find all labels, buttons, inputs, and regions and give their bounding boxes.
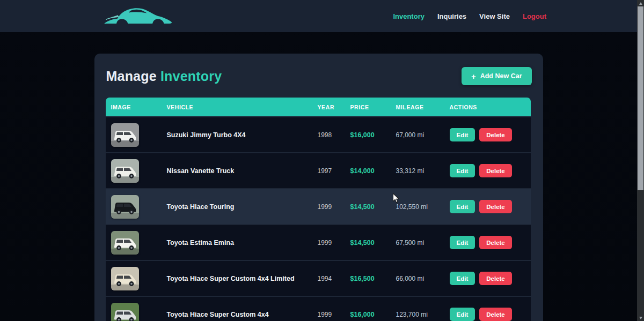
- table-row: Toyota Estima Emina 1999 $14,500 67,500 …: [106, 225, 531, 260]
- vehicle-mileage: 67,000 mi: [396, 131, 450, 139]
- vehicle-thumbnail: [111, 267, 139, 290]
- vehicle-name: Nissan Vanette Truck: [167, 167, 318, 175]
- vehicle-name: Toyota Estima Emina: [167, 239, 318, 247]
- vehicle-year: 1994: [318, 275, 350, 282]
- edit-button[interactable]: Edit: [450, 308, 475, 321]
- vehicle-thumbnail: [111, 303, 139, 321]
- vehicle-name: Toyota Hiace Super Custom 4x4 Limited: [167, 275, 318, 282]
- nav-link-logout[interactable]: Logout: [523, 12, 546, 20]
- vehicle-mileage: 33,312 mi: [396, 167, 450, 175]
- vehicle-mileage: 102,550 mi: [396, 203, 450, 211]
- delete-button[interactable]: Delete: [479, 272, 512, 285]
- column-header-actions: ACTIONS: [450, 104, 531, 110]
- inventory-card: Manage Inventory + Add New Car IMAGE VEH…: [94, 54, 543, 321]
- vehicle-thumbnail: [111, 231, 139, 255]
- page-title-primary: Manage: [106, 69, 157, 84]
- scrollbar-thumb[interactable]: [638, 6, 643, 190]
- vehicle-thumbnail: [111, 195, 139, 219]
- scrollbar-up-arrow-icon[interactable]: [637, 0, 644, 6]
- vehicle-thumbnail: [111, 123, 139, 147]
- edit-button[interactable]: Edit: [450, 200, 475, 213]
- inventory-table: IMAGE VEHICLE YEAR PRICE MILEAGE ACTIONS: [106, 98, 531, 321]
- scrollbar-down-arrow-icon[interactable]: [637, 315, 644, 321]
- vehicle-name: Toyota Hiace Super Custom 4x4: [167, 311, 318, 318]
- vehicle-year: 1997: [318, 167, 350, 175]
- nav-links: Inventory Inquiries View Site Logout: [393, 12, 546, 20]
- vehicle-name: Suzuki Jimmy Turbo 4X4: [167, 131, 318, 139]
- table-row: Suzuki Jimmy Turbo 4X4 1998 $16,000 67,0…: [106, 117, 531, 152]
- edit-button[interactable]: Edit: [450, 164, 475, 177]
- column-header-image: IMAGE: [111, 104, 167, 110]
- vehicle-price: $14,000: [350, 167, 396, 175]
- vehicle-price: $16,000: [350, 131, 396, 139]
- plus-icon: +: [471, 72, 476, 80]
- edit-button[interactable]: Edit: [450, 128, 475, 141]
- column-header-vehicle: VEHICLE: [167, 104, 318, 110]
- table-row: Toyota Hiace Super Custom 4x4 Limited 19…: [106, 261, 531, 296]
- nav-link-view-site[interactable]: View Site: [479, 12, 510, 20]
- vehicle-price: $16,000: [350, 311, 396, 318]
- nav-link-inquiries[interactable]: Inquiries: [437, 12, 466, 20]
- vehicle-year: 1999: [318, 203, 350, 211]
- add-new-car-button[interactable]: + Add New Car: [462, 67, 532, 85]
- page-title: Manage Inventory: [106, 69, 222, 84]
- column-header-year: YEAR: [318, 104, 350, 110]
- edit-button[interactable]: Edit: [450, 272, 475, 285]
- vehicle-year: 1999: [318, 239, 350, 247]
- delete-button[interactable]: Delete: [479, 200, 512, 213]
- vehicle-name: Toyota Hiace Touring: [167, 203, 318, 211]
- delete-button[interactable]: Delete: [479, 308, 512, 321]
- delete-button[interactable]: Delete: [479, 128, 512, 141]
- table-row: Toyota Hiace Touring 1999 $14,500 102,55…: [106, 189, 531, 224]
- vehicle-price: $14,500: [350, 239, 396, 247]
- delete-button[interactable]: Delete: [479, 164, 512, 177]
- vehicle-price: $14,500: [350, 203, 396, 211]
- delete-button[interactable]: Delete: [479, 236, 512, 249]
- vehicle-price: $16,500: [350, 275, 396, 282]
- vehicle-year: 1998: [318, 131, 350, 139]
- table-body: Suzuki Jimmy Turbo 4X4 1998 $16,000 67,0…: [106, 117, 531, 321]
- table-row: Nissan Vanette Truck 1997 $14,000 33,312…: [106, 153, 531, 188]
- vehicle-thumbnail: [111, 159, 139, 183]
- vehicle-year: 1999: [318, 311, 350, 318]
- column-header-price: PRICE: [350, 104, 396, 110]
- top-navbar: Inventory Inquiries View Site Logout: [0, 0, 644, 32]
- nav-link-inventory[interactable]: Inventory: [393, 12, 425, 20]
- add-new-car-label: Add New Car: [480, 72, 522, 80]
- vehicle-mileage: 66,000 mi: [396, 275, 450, 282]
- table-header-row: IMAGE VEHICLE YEAR PRICE MILEAGE ACTIONS: [106, 98, 531, 116]
- table-row: Toyota Hiace Super Custom 4x4 1999 $16,0…: [106, 297, 531, 321]
- vehicle-mileage: 123,700 mi: [396, 311, 450, 318]
- window-scrollbar[interactable]: [637, 0, 644, 321]
- column-header-mileage: MILEAGE: [396, 104, 450, 110]
- logo-car-icon[interactable]: [101, 5, 176, 27]
- edit-button[interactable]: Edit: [450, 236, 475, 249]
- page-title-accent: Inventory: [160, 69, 222, 84]
- vehicle-mileage: 67,500 mi: [396, 239, 450, 247]
